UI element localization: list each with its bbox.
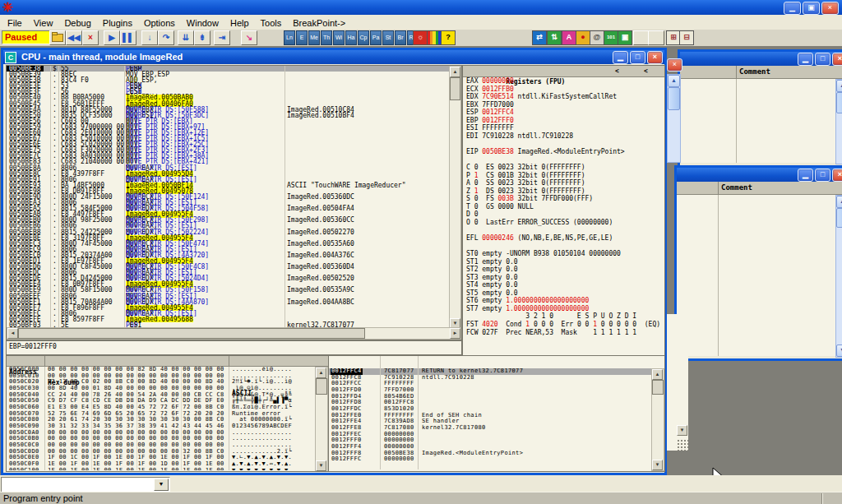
disasm-row[interactable]: 0050BE3E.53PUSH EBX [7,83,450,89]
dump-row[interactable]: 0050C1001F 00 1F 00 1F 00 1F 00 1F 00 1F… [7,468,314,470]
restart-button[interactable]: ◀◀ [66,30,82,45]
register-line[interactable]: 3 2 1 0 E S P U O Z D I [463,312,663,321]
register-line[interactable]: EDX 7C90E514 ntdll.KiFastSystemCallRet [463,93,663,101]
side-window-top-scrollbar[interactable]: ▲ [835,79,842,164]
collapse-left-icon[interactable]: < [615,66,619,76]
cpu-window[interactable]: C CPU - main thread, module ImageRed ▁ □… [1,48,667,475]
panel-button-pa[interactable]: Pa [370,30,382,45]
scroll-thumb[interactable] [450,77,460,100]
panel-button-wi[interactable]: Wi [333,30,345,45]
disassembly-pane[interactable]: 0050BE38$55PUSH EBP0050BE39.8BECMOV EBP,… [6,65,462,340]
stack-row[interactable]: 0012FFF000000000 [329,437,651,444]
watches-window[interactable]: ▁ □ × Comment ▲ ▼ [674,165,842,361]
register-line[interactable]: EFL 00000246 (NO,NB,E,BE,NS,PE,GE,LE) [463,234,663,243]
chevron-down-icon[interactable]: ▼ [154,479,169,491]
register-line[interactable]: ESP 0012FFC4 [463,109,663,117]
register-line[interactable] [463,242,663,250]
panel-button-st[interactable]: St [382,30,394,45]
stack-row[interactable]: 0012FFDC853D1020 [329,406,651,413]
occluded-window-scrollbar[interactable]: ▲ [667,74,681,163]
scroll-thumb[interactable] [316,378,327,395]
main-title-bar[interactable]: ✳ ▁ ▣ × [0,0,842,15]
minimize-button[interactable]: ▁ [784,2,801,15]
scroll-up-icon[interactable]: ▲ [316,368,326,378]
stack-row[interactable]: 0012FFD48054B6ED [329,394,651,400]
register-line[interactable]: Z 1 DS 0023 32bit 0(FFFFFFFF) [463,187,663,196]
register-line[interactable]: ST2 empty 0.0 [463,266,663,274]
stack-row[interactable]: 0012FFE47C839AD8SE handler [329,418,651,425]
register-line[interactable]: C 0 ES 0023 32bit 0(FFFFFFFF) [463,164,663,172]
help-button[interactable]: ? [441,30,456,45]
close-program-button[interactable]: × [82,30,99,45]
register-line[interactable]: ST5 empty 0.0 [463,289,663,298]
analyze-button[interactable]: A [562,30,576,45]
stack-row[interactable]: 0012FFC47C817077RETURN to kernel32.7C817… [329,368,651,375]
scroll-thumb[interactable] [836,92,842,113]
register-line[interactable]: FST 4020 Cond 1 0 0 0 Err 0 0 1 0 0 0 0 … [463,321,663,329]
register-line[interactable]: EBP 0012FFF0 [463,117,663,125]
scroll-thumb[interactable] [652,380,664,395]
pause-button[interactable]: ▌▌ [120,30,136,45]
goto-button[interactable]: ↘ [241,30,257,45]
dump-scrollbar[interactable]: ▲ ▼ [315,367,328,472]
scroll-down-icon[interactable]: ▼ [677,425,687,436]
register-line[interactable]: ST0 empty -UNORM B938 01050104 00000000 [463,250,663,258]
info-pane[interactable]: EBP=0012FFF0 [6,340,462,355]
spiral-button[interactable]: @ [590,30,604,45]
maximize-icon[interactable]: □ [630,51,645,64]
register-line[interactable]: ECX 0012FFB0 [463,86,663,94]
register-line[interactable]: ST7 empty 1.0000000000000000000 [463,305,663,313]
stack-row[interactable]: 0012FFCCFFFFFFFF [329,381,651,387]
trace-into-button[interactable]: ⇊ [178,30,194,45]
scroll-down-icon[interactable]: ▼ [316,460,326,471]
register-line[interactable]: EBX 7FFD7000 [463,101,663,109]
dump-pane[interactable]: Address Hex dump ASCII 0050C00000 00 00 … [6,355,329,472]
disasm-h-scrollbar[interactable]: ◄ ► [7,327,461,340]
disasm-row[interactable]: 0050BEFE.E8 8597F8FFCALL ImageRed.004956… [7,317,450,322]
scroll-left-icon[interactable]: ◄ [7,328,18,339]
command-combobox[interactable]: ▼ [1,477,170,492]
scroll-thumb[interactable] [836,208,842,228]
register-line[interactable]: EIP 0050BE38 ImageRed.<ModuleEntryPoint> [463,148,663,156]
comment-column-header[interactable]: Comment [739,66,770,77]
scroll-right-icon[interactable]: ► [450,328,460,339]
panel-button-ln[interactable]: Ln [284,30,295,45]
appearance-button[interactable]: ☼ [413,30,428,45]
close-button[interactable]: × [821,2,839,15]
scroll-up-icon[interactable]: ▲ [836,80,842,92]
target-button[interactable]: ● [576,30,590,45]
close-icon[interactable]: × [832,53,842,66]
register-line[interactable] [463,226,663,234]
empty-toolbar-button-1[interactable] [633,30,650,45]
scroll-thumb[interactable] [668,87,680,110]
stack-row[interactable]: 0012FFFC00000000 [329,456,651,463]
swap-button[interactable]: ⇄ [532,30,547,45]
stack-row[interactable]: 0012FFE87C817080kernel32.7C817080 [329,425,651,432]
register-line[interactable]: ST4 empty 0.0 [463,281,663,289]
panel-button-br[interactable]: Br [395,30,406,45]
scroll-up-icon[interactable]: ▲ [836,196,842,208]
register-line[interactable]: O 0 LastErr ERROR_SUCCESS (00000000) [463,219,663,227]
close-icon[interactable]: × [647,51,663,64]
open-file-button[interactable] [49,30,66,45]
maximize-icon[interactable]: □ [815,53,830,66]
collapse-right-icon[interactable]: < [644,66,648,76]
scroll-down-icon[interactable]: ▼ [836,344,842,357]
until-return-button[interactable]: ⇥ [214,30,230,45]
register-line[interactable]: P 1 CS 001B 32bit 0(FFFFFFFF) [463,172,663,180]
panel-button-ha[interactable]: Ha [345,30,357,45]
register-line[interactable]: ST6 empty 1.0000000000000000000 [463,297,663,305]
close-icon[interactable]: × [832,169,842,182]
minimize-icon[interactable]: ▁ [613,51,628,64]
empty-toolbar-button-2[interactable] [648,30,664,45]
register-line[interactable] [463,140,663,148]
step-over-button[interactable]: ↷ [158,30,174,45]
scroll-up-icon[interactable]: ▲ [668,75,680,87]
scroll-up-icon[interactable]: ▲ [652,369,663,380]
stack-row[interactable]: 0012FFF80050BE38ImageRed.<ModuleEntryPoi… [329,451,651,457]
scroll-thumb[interactable] [18,328,365,339]
stack-scrollbar[interactable]: ▲ ▼ [651,368,664,471]
register-line[interactable]: ST3 empty 0.0 [463,274,663,282]
column-divider[interactable] [736,66,737,78]
disasm-row[interactable]: 0050BE3B.83C4 F0ADD ESP,-10 [7,77,450,83]
